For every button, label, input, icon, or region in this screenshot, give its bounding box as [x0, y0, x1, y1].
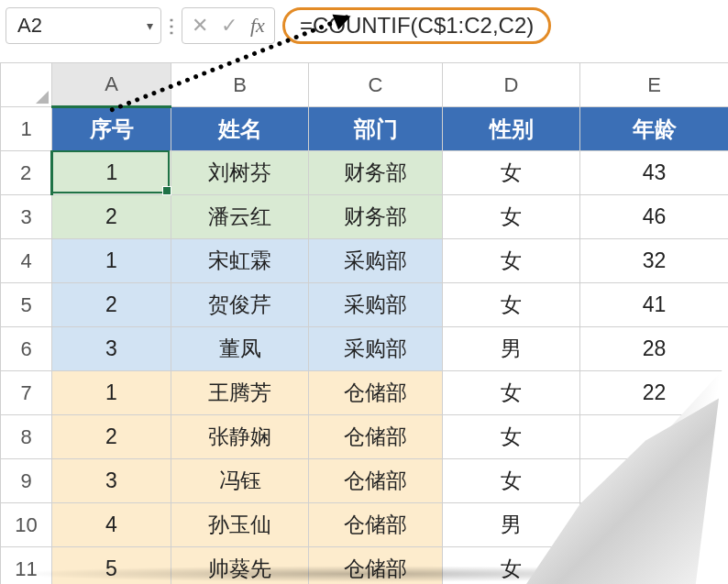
cell[interactable]: 采购部 [309, 327, 443, 371]
header-cell[interactable]: 姓名 [171, 107, 309, 151]
cell[interactable]: 男 [443, 327, 580, 371]
header-cell[interactable]: 序号 [52, 107, 171, 151]
cell[interactable]: 女 [443, 239, 580, 283]
row-header[interactable]: 10 [1, 503, 52, 547]
cell[interactable] [580, 415, 729, 459]
row-header[interactable]: 4 [1, 239, 52, 283]
cell[interactable]: 46 [580, 195, 729, 239]
cell[interactable] [580, 503, 729, 547]
cell[interactable]: 女 [443, 151, 580, 195]
row-header[interactable]: 9 [1, 459, 52, 503]
cell[interactable]: 女 [443, 459, 580, 503]
cell[interactable]: 仓储部 [309, 371, 443, 415]
cell[interactable]: 28 [580, 327, 729, 371]
table-row: 52贺俊芹采购部女41 [1, 283, 729, 327]
row-header[interactable]: 5 [1, 283, 52, 327]
cell[interactable]: 贺俊芹 [171, 283, 309, 327]
table-row: 71王腾芳仓储部女22 [1, 371, 729, 415]
spreadsheet-grid[interactable]: A B C D E 1序号姓名部门性别年龄21刘树芬财务部女4332潘云红财务部… [0, 62, 728, 584]
table-row: 82张静娴仓储部女 [1, 415, 729, 459]
column-header-C[interactable]: C [309, 63, 443, 107]
cell[interactable]: 宋虹霖 [171, 239, 309, 283]
cell[interactable]: 男 [443, 503, 580, 547]
separator-icon: ⋮ [169, 15, 174, 37]
formula-buttons-group: ✕ ✓ fx [182, 7, 275, 44]
column-header-A[interactable]: A [52, 63, 171, 107]
cell[interactable]: 41 [580, 283, 729, 327]
name-box-value: A2 [17, 14, 42, 38]
cell[interactable]: 张静娴 [171, 415, 309, 459]
drop-shadow [9, 566, 719, 582]
cell[interactable]: 女 [443, 371, 580, 415]
table-header-row: 1序号姓名部门性别年龄 [1, 107, 729, 151]
table-row: 32潘云红财务部女46 [1, 195, 729, 239]
name-box[interactable]: A2 ▾ [6, 7, 161, 44]
cell[interactable]: 潘云红 [171, 195, 309, 239]
row-header[interactable]: 1 [1, 107, 52, 151]
cell[interactable] [580, 459, 729, 503]
cell[interactable]: 财务部 [309, 195, 443, 239]
row-header[interactable]: 8 [1, 415, 52, 459]
cell[interactable]: 2 [52, 195, 171, 239]
cell[interactable]: 王腾芳 [171, 371, 309, 415]
cell[interactable]: 1 [52, 239, 171, 283]
formula-input[interactable]: =COUNTIF(C$1:C2,C2) [282, 7, 551, 44]
column-header-row: A B C D E [1, 63, 729, 107]
column-header-E[interactable]: E [580, 63, 729, 107]
table-row: 41宋虹霖采购部女32 [1, 239, 729, 283]
cell[interactable]: 仓储部 [309, 503, 443, 547]
row-header[interactable]: 6 [1, 327, 52, 371]
table-row: 21刘树芬财务部女43 [1, 151, 729, 195]
cell[interactable]: 董凤 [171, 327, 309, 371]
chevron-down-icon[interactable]: ▾ [147, 18, 153, 33]
formula-text: =COUNTIF(C$1:C2,C2) [300, 13, 534, 39]
cell[interactable]: 1 [52, 151, 171, 195]
row-header[interactable]: 2 [1, 151, 52, 195]
cell[interactable]: 采购部 [309, 239, 443, 283]
cell[interactable]: 43 [580, 151, 729, 195]
column-header-B[interactable]: B [171, 63, 309, 107]
cell[interactable]: 3 [52, 459, 171, 503]
formula-bar-row: A2 ▾ ⋮ ✕ ✓ fx =COUNTIF(C$1:C2,C2) [0, 0, 728, 48]
header-cell[interactable]: 性别 [443, 107, 580, 151]
cell[interactable]: 2 [52, 283, 171, 327]
cell[interactable]: 32 [580, 239, 729, 283]
table-row: 104孙玉仙仓储部男 [1, 503, 729, 547]
cell[interactable]: 4 [52, 503, 171, 547]
cell[interactable]: 女 [443, 283, 580, 327]
table-row: 93冯钰仓储部女 [1, 459, 729, 503]
table-row: 63董凤采购部男28 [1, 327, 729, 371]
cell[interactable]: 仓储部 [309, 459, 443, 503]
header-cell[interactable]: 年龄 [580, 107, 729, 151]
cancel-icon[interactable]: ✕ [192, 16, 208, 36]
cell[interactable]: 财务部 [309, 151, 443, 195]
enter-icon[interactable]: ✓ [221, 16, 237, 36]
row-header[interactable]: 7 [1, 371, 52, 415]
fx-icon[interactable]: fx [250, 16, 265, 36]
cell[interactable]: 女 [443, 415, 580, 459]
cell[interactable]: 3 [52, 327, 171, 371]
cell[interactable]: 2 [52, 415, 171, 459]
cell[interactable]: 22 [580, 371, 729, 415]
cell[interactable]: 女 [443, 195, 580, 239]
select-all-corner[interactable] [1, 63, 52, 107]
cell[interactable]: 采购部 [309, 283, 443, 327]
cell[interactable]: 1 [52, 371, 171, 415]
cell[interactable]: 刘树芬 [171, 151, 309, 195]
cell[interactable]: 冯钰 [171, 459, 309, 503]
cell[interactable]: 仓储部 [309, 415, 443, 459]
row-header[interactable]: 3 [1, 195, 52, 239]
cell[interactable]: 孙玉仙 [171, 503, 309, 547]
header-cell[interactable]: 部门 [309, 107, 443, 151]
column-header-D[interactable]: D [443, 63, 580, 107]
